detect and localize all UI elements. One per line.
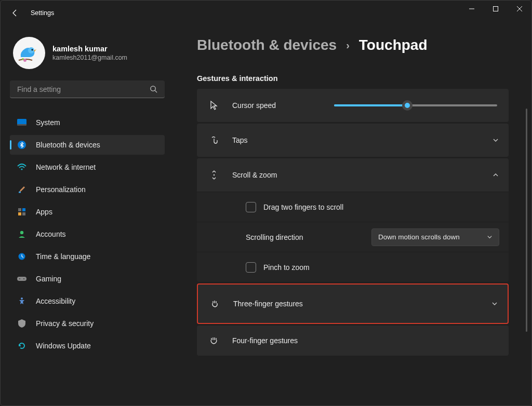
nav-label: Privacy & security — [36, 319, 94, 328]
dropdown-value: Down motion scrolls down — [378, 233, 460, 241]
nav-label: Gaming — [36, 275, 61, 283]
svg-rect-18 — [22, 212, 25, 215]
cursor-icon — [208, 100, 220, 111]
sidebar: kamlesh kumar kamlesh2011@gmail.com Syst… — [1, 25, 172, 405]
svg-point-5 — [32, 49, 33, 51]
nav-item-time-language[interactable]: Time & language — [10, 247, 165, 266]
section-header: Gestures & interaction — [197, 74, 521, 83]
clock-globe-icon — [17, 252, 26, 261]
svg-point-4 — [28, 47, 34, 53]
minimize-button[interactable] — [460, 1, 484, 17]
page-title: Touchpad — [359, 37, 428, 53]
cursor-speed-slider[interactable] — [334, 104, 497, 106]
svg-rect-15 — [18, 208, 21, 211]
app-title: Settings — [31, 9, 54, 17]
scrolling-direction-dropdown[interactable]: Down motion scrolls down — [371, 228, 499, 246]
nav-label: Network & internet — [36, 163, 96, 171]
nav-label: Apps — [36, 208, 52, 216]
cursor-speed-row: Cursor speed — [197, 89, 509, 122]
breadcrumb-parent[interactable]: Bluetooth & devices — [197, 37, 337, 53]
breadcrumb: Bluetooth & devices › Touchpad — [197, 37, 521, 53]
svg-rect-11 — [17, 124, 26, 126]
search-icon — [150, 85, 157, 93]
back-button[interactable] — [10, 8, 20, 18]
update-icon — [17, 341, 26, 350]
sub-label: Scrolling direction — [246, 233, 303, 241]
scrolling-direction-row: Scrolling direction Down motion scrolls … — [197, 222, 509, 252]
nav-label: System — [36, 118, 60, 127]
svg-point-23 — [23, 278, 24, 279]
svg-rect-14 — [19, 192, 21, 193]
nav-item-system[interactable]: System — [10, 113, 165, 132]
svg-rect-16 — [22, 208, 25, 211]
bluetooth-icon — [17, 140, 26, 150]
checkbox-pinch-to-zoom[interactable] — [246, 262, 256, 273]
three-finger-gestures-row[interactable]: Three-finger gestures — [197, 283, 509, 324]
user-name: kamlesh kumar — [52, 45, 127, 53]
svg-point-8 — [151, 86, 155, 91]
scrollbar[interactable] — [526, 109, 527, 332]
titlebar: Settings — [1, 1, 531, 25]
nav-item-bluetooth-devices[interactable]: Bluetooth & devices — [10, 135, 165, 155]
hand-four-icon — [208, 336, 220, 345]
nav-item-accessibility[interactable]: Accessibility — [10, 291, 165, 311]
row-label: Three-finger gestures — [233, 300, 478, 308]
sub-label: Drag two fingers to scroll — [263, 203, 343, 211]
nav-item-personalization[interactable]: Personalization — [10, 180, 165, 199]
nav-label: Personalization — [36, 185, 86, 194]
svg-point-7 — [22, 58, 24, 60]
drag-two-fingers-row[interactable]: Drag two fingers to scroll — [197, 192, 509, 222]
nav-label: Accessibility — [36, 297, 75, 305]
display-icon — [17, 118, 26, 127]
svg-point-25 — [214, 174, 215, 175]
window-controls — [460, 1, 531, 17]
nav-item-windows-update[interactable]: Windows Update — [10, 336, 165, 356]
sub-label: Pinch to zoom — [263, 263, 310, 272]
close-button[interactable] — [508, 1, 531, 17]
svg-point-24 — [21, 297, 23, 300]
svg-rect-21 — [17, 277, 26, 281]
row-label: Cursor speed — [232, 101, 322, 110]
maximize-icon — [493, 6, 498, 11]
avatar-bird-icon — [16, 39, 43, 66]
search-input[interactable] — [17, 85, 150, 93]
scroll-zoom-subpanel: Drag two fingers to scroll Scrolling dir… — [197, 192, 509, 282]
four-finger-gestures-row[interactable]: Four-finger gestures — [197, 326, 509, 356]
person-icon — [17, 229, 26, 239]
svg-point-13 — [21, 168, 22, 170]
nav-item-gaming[interactable]: Gaming — [10, 269, 165, 289]
nav-list: System Bluetooth & devices Network & int… — [10, 113, 165, 356]
svg-point-19 — [20, 231, 23, 234]
svg-rect-1 — [494, 7, 498, 11]
chevron-down-icon — [487, 234, 493, 240]
nav-item-network[interactable]: Network & internet — [10, 157, 165, 177]
main-content: Bluetooth & devices › Touchpad Gestures … — [172, 25, 531, 405]
accessibility-icon — [17, 296, 26, 306]
user-account-block[interactable]: kamlesh kumar kamlesh2011@gmail.com — [10, 37, 165, 69]
checkbox-drag-two-fingers[interactable] — [246, 202, 256, 212]
row-label: Four-finger gestures — [232, 336, 499, 345]
nav-label: Bluetooth & devices — [36, 141, 100, 149]
maximize-button[interactable] — [484, 1, 508, 17]
scroll-zoom-row[interactable]: Scroll & zoom — [197, 158, 509, 192]
chevron-down-icon — [491, 300, 498, 307]
nav-item-privacy-security[interactable]: Privacy & security — [10, 314, 165, 333]
apps-icon — [17, 207, 26, 216]
row-label: Scroll & zoom — [232, 171, 480, 179]
settings-list: Cursor speed Taps — [197, 89, 521, 356]
row-label: Taps — [232, 136, 480, 144]
arrow-left-icon — [11, 9, 19, 17]
nav-item-apps[interactable]: Apps — [10, 202, 165, 222]
slider-fill — [334, 104, 407, 106]
search-box[interactable] — [10, 80, 165, 98]
nav-item-accounts[interactable]: Accounts — [10, 224, 165, 244]
slider-thumb[interactable] — [402, 100, 413, 111]
svg-line-9 — [155, 90, 157, 92]
taps-row[interactable]: Taps — [197, 124, 509, 157]
pinch-to-zoom-row[interactable]: Pinch to zoom — [197, 252, 509, 282]
minimize-icon — [469, 6, 474, 11]
svg-point-22 — [19, 278, 20, 279]
close-icon — [517, 6, 522, 11]
nav-label: Accounts — [36, 230, 66, 238]
hand-three-icon — [209, 299, 221, 308]
